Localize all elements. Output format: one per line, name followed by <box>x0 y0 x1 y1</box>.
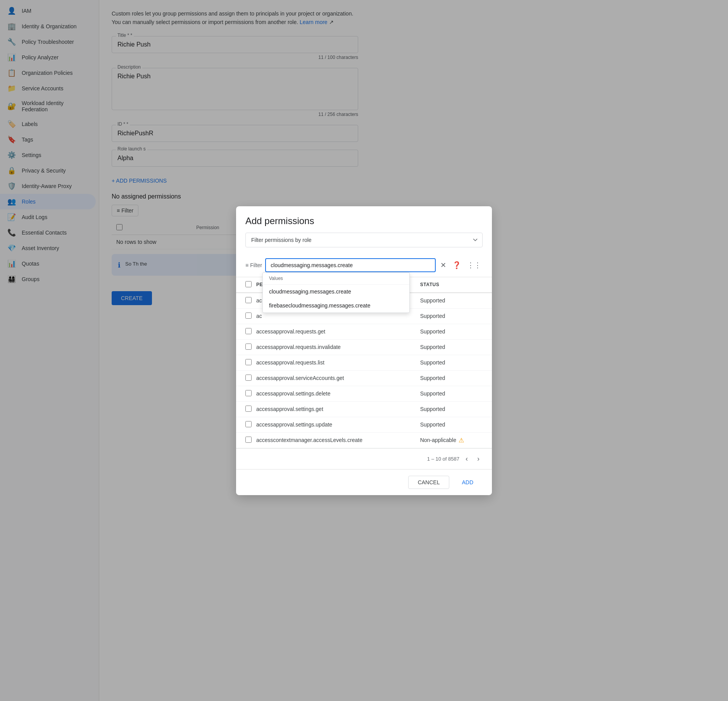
row-checkbox-5[interactable] <box>245 375 252 381</box>
permission-cell: accessapproval.settings.get <box>256 401 420 417</box>
clear-search-button[interactable]: ✕ <box>439 259 448 271</box>
autocomplete-item-2[interactable]: firebasecloudmessaging.messages.create <box>263 299 409 313</box>
row-checkbox-7[interactable] <box>245 406 252 412</box>
row-checkbox-1[interactable] <box>245 313 252 319</box>
row-checkbox-8[interactable] <box>245 421 252 427</box>
filter-lines-icon: ≡ <box>245 262 248 268</box>
status-cell: Supported <box>420 308 492 324</box>
permission-cell: accessapproval.settings.update <box>256 417 420 432</box>
autocomplete-header: Values <box>263 273 409 285</box>
row-checkbox-0[interactable] <box>245 297 252 303</box>
permission-cell: accessapproval.settings.delete <box>256 386 420 401</box>
chevron-right-icon: › <box>477 455 480 463</box>
permission-cell: accessapproval.requests.get <box>256 324 420 339</box>
table-row: accessapproval.requests.list Supported <box>236 355 492 370</box>
chevron-left-icon: ‹ <box>466 455 468 463</box>
row-checkbox-6[interactable] <box>245 390 252 396</box>
status-cell: Supported <box>420 339 492 355</box>
status-cell: Supported <box>420 417 492 432</box>
table-row: accessapproval.settings.get Supported <box>236 401 492 417</box>
dialog-filter-row: Filter permissions by role <box>245 233 483 247</box>
dialog-select-all-checkbox[interactable] <box>245 281 252 287</box>
status-col-header: Status <box>420 277 492 293</box>
dialog-header: Add permissions Filter permissions by ro… <box>236 206 492 254</box>
status-cell: Supported <box>420 355 492 370</box>
help-icon: ❓ <box>452 261 461 269</box>
autocomplete-dropdown: Values cloudmessaging.messages.create fi… <box>262 272 410 313</box>
status-cell: Supported <box>420 370 492 386</box>
permissions-search-input[interactable] <box>265 258 436 272</box>
prev-page-button[interactable]: ‹ <box>462 453 471 464</box>
table-row: accessapproval.settings.update Supported <box>236 417 492 432</box>
close-icon: ✕ <box>440 261 446 269</box>
table-row: accessapproval.settings.delete Supported <box>236 386 492 401</box>
dialog-title: Add permissions <box>245 216 483 226</box>
status-cell: Supported <box>420 401 492 417</box>
pagination: 1 – 10 of 8587 ‹ › <box>236 448 492 469</box>
table-row: accesscontextmanager.accessLevels.create… <box>236 432 492 448</box>
row-checkbox-2[interactable] <box>245 328 252 334</box>
status-cell: Supported <box>420 293 492 309</box>
dialog-footer: CANCEL ADD <box>236 469 492 495</box>
warning-icon: ⚠ <box>459 437 464 444</box>
table-row: accessapproval.serviceAccounts.get Suppo… <box>236 370 492 386</box>
pagination-text: 1 – 10 of 8587 <box>427 456 459 462</box>
table-row: accessapproval.requests.get Supported <box>236 324 492 339</box>
table-row: accessapproval.requests.invalidate Suppo… <box>236 339 492 355</box>
add-button[interactable]: ADD <box>452 476 483 489</box>
status-cell: Non-applicable ⚠ <box>420 432 492 448</box>
role-filter-select[interactable]: Filter permissions by role <box>245 233 483 247</box>
row-checkbox-3[interactable] <box>245 344 252 350</box>
row-checkbox-9[interactable] <box>245 437 252 443</box>
search-row: ≡ Filter ✕ ❓ ⋮⋮ Values cloudmessaging.me… <box>236 254 492 277</box>
next-page-button[interactable]: › <box>474 453 483 464</box>
autocomplete-item-1[interactable]: cloudmessaging.messages.create <box>263 285 409 299</box>
help-button[interactable]: ❓ <box>451 259 462 271</box>
permission-cell: accessapproval.requests.list <box>256 355 420 370</box>
cancel-button[interactable]: CANCEL <box>408 476 450 489</box>
row-checkbox-4[interactable] <box>245 359 252 365</box>
filter-label: ≡ Filter <box>245 262 262 268</box>
permission-cell: accessapproval.requests.invalidate <box>256 339 420 355</box>
permission-cell: accesscontextmanager.accessLevels.create <box>256 432 420 448</box>
add-permissions-dialog: Add permissions Filter permissions by ro… <box>236 206 492 495</box>
columns-icon: ⋮⋮ <box>467 261 481 269</box>
permission-cell: accessapproval.serviceAccounts.get <box>256 370 420 386</box>
status-cell: Supported <box>420 324 492 339</box>
status-cell: Supported <box>420 386 492 401</box>
dialog-overlay: Add permissions Filter permissions by ro… <box>0 0 728 701</box>
columns-button[interactable]: ⋮⋮ <box>466 259 483 271</box>
